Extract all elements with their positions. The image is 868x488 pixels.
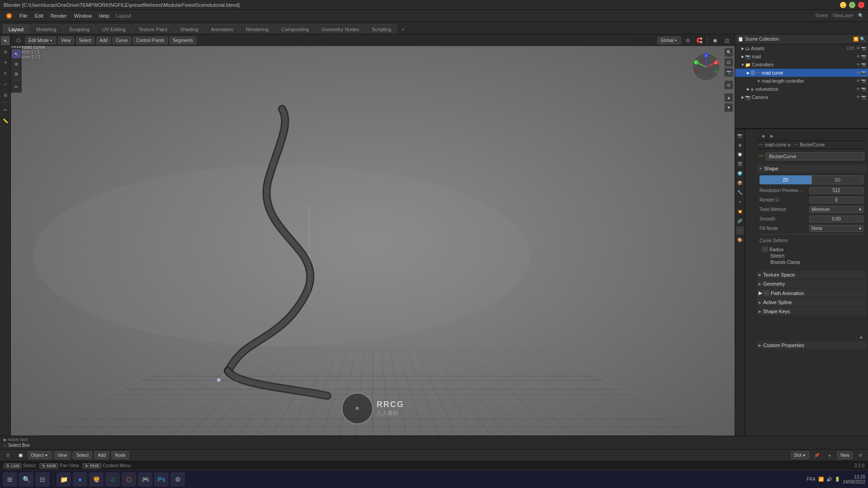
menu-file[interactable]: File [16, 12, 31, 19]
menu-render[interactable]: Render [47, 12, 70, 19]
chrome-btn[interactable]: ● [73, 472, 87, 487]
select-tool-icon[interactable]: ↖ [1, 36, 10, 45]
road-length-render[interactable]: 📷 [861, 79, 866, 83]
tab-uv-editing[interactable]: UV Editing [96, 24, 132, 34]
custom-properties-header[interactable]: Custom Properties [757, 341, 866, 349]
volumetrics-visibility[interactable]: 👁 [856, 87, 860, 91]
volumetrics-render[interactable]: 📷 [861, 87, 866, 91]
outliner-item-volumetrics[interactable]: ▶ ◈ volumetrics 👁 📷 [735, 85, 868, 93]
prop-data-icon[interactable]: 〰 [736, 226, 744, 235]
blender-btn[interactable]: ⬡ [122, 472, 136, 487]
select-tool-btn[interactable]: ↖ [12, 49, 21, 58]
prop-scene-icon[interactable]: 🎬 [736, 160, 744, 168]
mode-dropdown[interactable]: Edit Mode [25, 37, 56, 44]
prop-world-icon[interactable]: 🌍 [736, 169, 744, 178]
segments-menu[interactable]: Segments [170, 37, 196, 44]
path-animation-header[interactable]: Path Animation [757, 289, 866, 297]
expand-icon[interactable]: ▲ [859, 334, 863, 339]
spotify-btn[interactable]: ♫ [105, 472, 120, 487]
menu-help[interactable]: Help [96, 12, 113, 19]
ps-btn[interactable]: Ps [154, 472, 169, 487]
path-animation-checkbox[interactable] [764, 291, 769, 296]
add-workspace-button[interactable]: + [398, 25, 408, 34]
expand-controllers[interactable]: ▼ [741, 63, 745, 67]
slot-dropdown[interactable]: Slot ▾ [791, 451, 809, 459]
timeline-view-icon[interactable]: 🔲 [15, 451, 25, 460]
view-up-btn[interactable]: ▲ [724, 93, 733, 102]
geometry-header[interactable]: Geometry [757, 280, 866, 288]
tab-shading[interactable]: Shading [174, 24, 204, 34]
minimize-button[interactable]: _ [840, 2, 846, 8]
camera-visibility[interactable]: 👁 [856, 95, 860, 99]
prop-render-icon[interactable]: 📷 [736, 131, 744, 140]
extrude-tool-btn[interactable]: ⊞ [12, 69, 21, 78]
search-taskbar-button[interactable]: 🔍 [19, 472, 33, 487]
menu-blender[interactable]: B [3, 11, 15, 19]
prop-constraints-icon[interactable]: 🔗 [736, 217, 744, 225]
prop-physics-icon[interactable]: 💥 [736, 207, 744, 216]
3d-viewport[interactable]: + ⬡ Edit Mode View Select Add Curve Cont… [11, 34, 735, 449]
object-name-input[interactable] [766, 152, 864, 160]
maximize-button[interactable]: □ [849, 2, 855, 8]
timeline-editor-icon[interactable]: ⏱ [3, 451, 13, 460]
new-btn[interactable]: New [837, 451, 853, 459]
cursor-tool-icon[interactable]: ⊕ [1, 47, 10, 56]
fill-mode-dropdown[interactable]: None ▾ [809, 225, 863, 232]
start-button[interactable]: ⊞ [3, 472, 17, 487]
tab-compositing[interactable]: Compositing [275, 24, 315, 34]
proportional-edit-icon[interactable]: ⊙ [683, 36, 693, 45]
app13-btn[interactable]: ⚙ [170, 472, 185, 487]
measure-icon[interactable]: 📏 [1, 116, 10, 125]
outliner-item-camera[interactable]: ▶ 📷 Camera 👁 📷 [735, 93, 868, 101]
camera-render[interactable]: 📷 [861, 95, 866, 99]
object-dropdown[interactable]: Object ▾ [28, 451, 52, 459]
prop-particles-icon[interactable]: ✦ [736, 198, 744, 206]
tab-sculpting[interactable]: Sculpting [63, 24, 95, 34]
outliner-item-road[interactable]: ▶ 📷 road 👁 📷 [735, 52, 868, 61]
menu-edit[interactable]: Edit [32, 12, 47, 19]
assets-visibility[interactable]: 👁 [856, 46, 860, 51]
resolution-preview-value[interactable]: 512 [809, 187, 863, 194]
view-menu[interactable]: View [58, 37, 74, 44]
loop-icon[interactable]: ↺ [855, 451, 865, 460]
steam-btn[interactable]: 🎮 [138, 472, 152, 487]
bc-bezier-curve[interactable]: BezierCurve [800, 142, 825, 147]
close-button[interactable]: × [858, 2, 864, 8]
global-dropdown[interactable]: Global [657, 37, 681, 44]
file-explorer-btn[interactable]: 📁 [57, 472, 71, 487]
outliner-item-assets[interactable]: ▶ 🗂 Assets 12/5 👁 📷 [735, 44, 868, 52]
task-view-button[interactable]: ⊟ [35, 472, 50, 487]
expand-road-curve[interactable]: ▶ [746, 71, 750, 75]
axis-gizmo[interactable]: X Y Z [692, 52, 721, 83]
prop-object-icon[interactable]: 📦 [736, 179, 744, 187]
assets-render[interactable]: 📷 [861, 46, 866, 51]
expand-camera[interactable]: ▶ [741, 95, 745, 99]
road-curve-visibility[interactable]: 👁 [856, 70, 860, 75]
expand-assets[interactable]: ▶ [741, 47, 745, 51]
controllers-render[interactable]: 📷 [861, 62, 866, 67]
expand-volumetrics[interactable]: ▶ [746, 87, 750, 91]
road-curve-render[interactable]: 📷 [861, 70, 866, 75]
controllers-visibility[interactable]: 👁 [856, 62, 860, 67]
outliner-search-icon[interactable]: 🔍 [860, 37, 865, 42]
plus-icon[interactable]: + [825, 451, 835, 460]
view-down-btn[interactable]: ▼ [724, 103, 733, 112]
select-btn[interactable]: Select [73, 451, 92, 459]
view-all-btn[interactable]: ⊡ [724, 58, 733, 67]
transform-tool-icon[interactable]: ⊞ [1, 90, 10, 99]
camera-view-btn[interactable]: 📷 [724, 68, 733, 77]
tab-animation[interactable]: Animation [205, 24, 239, 34]
tab-texture-paint[interactable]: Texture Paint [132, 24, 173, 34]
toggle-3d[interactable]: 3D [811, 175, 863, 184]
outliner-item-road-length-controller[interactable]: ✦ road length controller 👁 📷 [735, 77, 868, 85]
texture-space-header[interactable]: Texture Space [757, 271, 866, 279]
annotate-tool-btn[interactable]: ✏ [12, 82, 21, 91]
bc-road-curve[interactable]: road curve [765, 142, 786, 147]
outliner-filter-icon[interactable]: 🔽 [853, 37, 859, 42]
tab-scripting[interactable]: Scripting [366, 24, 397, 34]
active-spline-header[interactable]: Active Spline [757, 298, 866, 306]
add-btn[interactable]: Add [94, 451, 109, 459]
prop-modifier-icon[interactable]: 🔧 [736, 188, 744, 197]
radius-checkbox[interactable] [762, 247, 768, 252]
prop-material-icon[interactable]: 🎨 [736, 236, 744, 244]
